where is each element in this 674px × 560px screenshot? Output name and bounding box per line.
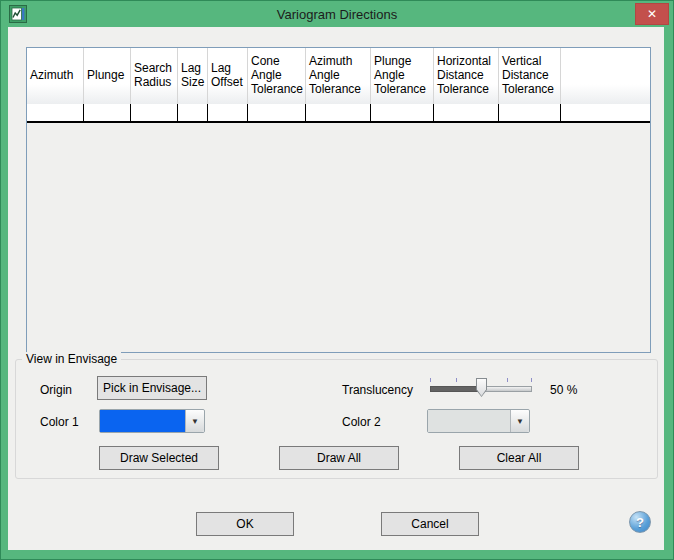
- color2-swatch: [428, 410, 510, 432]
- cell-azimuth-angle-tolerance[interactable]: [306, 104, 371, 121]
- table-header-row: Azimuth Plunge Search Radius Lag Size La…: [27, 48, 650, 104]
- cell-azimuth[interactable]: [27, 104, 84, 121]
- translucency-thumb[interactable]: [476, 378, 487, 397]
- column-header-vertical-distance-tolerance: Vertical Distance Tolerance: [499, 48, 561, 104]
- column-header-plunge: Plunge: [84, 48, 131, 104]
- column-header-lag-offset: Lag Offset: [208, 48, 248, 104]
- column-header-filler: [561, 48, 650, 104]
- color2-label: Color 2: [342, 415, 381, 429]
- origin-label: Origin: [40, 383, 72, 397]
- column-header-azimuth: Azimuth: [27, 48, 84, 104]
- thumb-face: [477, 379, 486, 396]
- translucency-slider[interactable]: [430, 377, 532, 399]
- variogram-directions-dialog: Variogram Directions ✕ Azimuth Plunge Se…: [0, 0, 674, 560]
- column-header-azimuth-angle-tolerance: Azimuth Angle Tolerance: [306, 48, 371, 104]
- column-header-search-radius: Search Radius: [131, 48, 178, 104]
- color1-arrow-button[interactable]: ▼: [185, 410, 204, 432]
- help-button[interactable]: ?: [629, 511, 651, 533]
- cell-horizontal-distance-tolerance[interactable]: [434, 104, 499, 121]
- cell-vertical-distance-tolerance[interactable]: [499, 104, 561, 121]
- table-row: [27, 104, 650, 123]
- table-empty-area: [27, 123, 650, 352]
- cancel-button[interactable]: Cancel: [381, 512, 479, 536]
- cell-plunge-angle-tolerance[interactable]: [371, 104, 434, 121]
- translucency-label: Translucency: [342, 383, 413, 397]
- group-label: View in Envisage: [22, 352, 121, 366]
- cell-lag-offset[interactable]: [208, 104, 248, 121]
- cell-lag-size[interactable]: [178, 104, 208, 121]
- draw-all-button[interactable]: Draw All: [279, 446, 399, 470]
- view-in-envisage-group: View in Envisage Origin Pick in Envisage…: [15, 359, 658, 479]
- color1-dropdown[interactable]: ▼: [99, 409, 205, 433]
- color2-dropdown[interactable]: ▼: [427, 409, 530, 433]
- chevron-down-icon: ▼: [191, 417, 199, 426]
- color2-arrow-button[interactable]: ▼: [510, 410, 529, 432]
- translucency-fill: [430, 386, 481, 392]
- variogram-table: Azimuth Plunge Search Radius Lag Size La…: [26, 47, 651, 353]
- column-header-plunge-angle-tolerance: Plunge Angle Tolerance: [371, 48, 434, 104]
- cell-search-radius[interactable]: [131, 104, 178, 121]
- column-header-horizontal-distance-tolerance: Horizontal Distance Tolerance: [434, 48, 499, 104]
- cell-cone-angle-tolerance[interactable]: [248, 104, 306, 121]
- column-header-lag-size: Lag Size: [178, 48, 208, 104]
- titlebar: Variogram Directions ✕: [1, 1, 673, 27]
- close-icon: ✕: [647, 7, 657, 21]
- slider-tick: [430, 378, 431, 382]
- clear-all-button[interactable]: Clear All: [459, 446, 579, 470]
- column-header-cone-angle-tolerance: Cone Angle Tolerance: [248, 48, 306, 104]
- slider-tick: [507, 378, 508, 382]
- window-title: Variogram Directions: [1, 1, 673, 27]
- translucency-value: 50 %: [550, 383, 577, 397]
- draw-selected-button[interactable]: Draw Selected: [99, 446, 219, 470]
- cell-plunge[interactable]: [84, 104, 131, 121]
- color1-label: Color 1: [40, 415, 79, 429]
- cell-filler: [561, 104, 650, 121]
- pick-in-envisage-button[interactable]: Pick in Envisage...: [97, 376, 207, 400]
- close-button[interactable]: ✕: [635, 3, 669, 25]
- ok-button[interactable]: OK: [196, 512, 294, 536]
- slider-tick: [456, 378, 457, 382]
- help-icon: ?: [636, 515, 644, 530]
- dialog-content: Azimuth Plunge Search Radius Lag Size La…: [8, 27, 664, 550]
- color1-swatch: [100, 410, 185, 432]
- slider-tick: [531, 378, 532, 382]
- chevron-down-icon: ▼: [516, 417, 524, 426]
